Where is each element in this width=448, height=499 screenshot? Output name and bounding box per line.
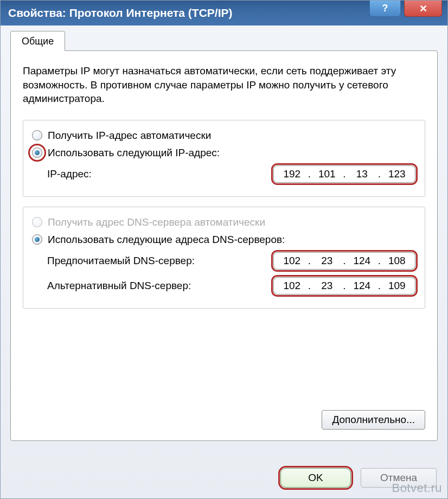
ip-octet[interactable]: 23 <box>315 255 339 267</box>
ip-octet[interactable]: 108 <box>385 255 409 267</box>
ip-octet[interactable]: 101 <box>315 168 339 180</box>
properties-dialog: Свойства: Протокол Интернета (TCP/IP) ? … <box>0 0 448 499</box>
preferred-dns-label: Предпочитаемый DNS-сервер: <box>47 255 195 267</box>
tab-general[interactable]: Общие <box>10 31 65 51</box>
preferred-dns-input[interactable]: 102. 23. 124. 108 <box>273 252 416 270</box>
dns-settings-group: Получить адрес DNS-сервера автоматически… <box>23 207 425 309</box>
dot-icon: . <box>377 168 382 180</box>
radio-dns-auto: Получить адрес DNS-сервера автоматически <box>32 214 416 231</box>
ok-button[interactable]: OK <box>280 468 351 488</box>
help-icon: ? <box>382 3 388 14</box>
dialog-footer: OK Отмена <box>280 468 437 488</box>
dot-icon: . <box>342 280 347 292</box>
alternate-dns-label: Альтернативный DNS-сервер: <box>47 280 191 292</box>
ip-octet[interactable]: 13 <box>350 168 374 180</box>
ip-octet[interactable]: 102 <box>280 255 304 267</box>
ip-octet[interactable]: 102 <box>280 280 304 292</box>
dot-icon: . <box>377 280 382 292</box>
window-title: Свойства: Протокол Интернета (TCP/IP) <box>8 7 233 20</box>
dot-icon: . <box>342 168 347 180</box>
titlebar: Свойства: Протокол Интернета (TCP/IP) ? … <box>1 1 447 25</box>
cancel-button[interactable]: Отмена <box>361 468 437 488</box>
window-buttons: ? ✕ <box>369 1 447 25</box>
radio-ip-auto-label: Получить IP-адрес автоматически <box>48 130 211 142</box>
radio-dns-auto-label: Получить адрес DNS-сервера автоматически <box>48 216 265 228</box>
close-button[interactable]: ✕ <box>404 1 442 17</box>
tab-panel-general: Параметры IP могут назначаться автоматич… <box>10 50 438 441</box>
radio-icon <box>32 234 42 245</box>
radio-ip-auto[interactable]: Получить IP-адрес автоматически <box>32 127 416 144</box>
ip-octet[interactable]: 124 <box>350 280 374 292</box>
description-text: Параметры IP могут назначаться автоматич… <box>23 64 425 106</box>
dot-icon: . <box>342 255 347 267</box>
ip-octet[interactable]: 124 <box>350 255 374 267</box>
client-area: Общие Параметры IP могут назначаться авт… <box>1 25 447 450</box>
ip-address-label: IP-адрес: <box>47 168 92 180</box>
preferred-dns-row: Предпочитаемый DNS-сервер: 102. 23. 124.… <box>32 248 416 273</box>
radio-dns-manual[interactable]: Использовать следующие адреса DNS-сервер… <box>32 231 416 248</box>
ip-octet[interactable]: 123 <box>385 168 409 180</box>
dot-icon: . <box>377 255 382 267</box>
ip-address-row: IP-адрес: 192. 101. 13. 123 <box>32 162 416 187</box>
alternate-dns-row: Альтернативный DNS-сервер: 102. 23. 124.… <box>32 273 416 298</box>
radio-icon <box>32 130 42 140</box>
advanced-row: Дополнительно... <box>322 410 425 430</box>
close-icon: ✕ <box>419 3 427 15</box>
radio-icon <box>32 148 42 158</box>
radio-ip-manual[interactable]: Использовать следующий IP-адрес: <box>32 144 416 162</box>
advanced-button[interactable]: Дополнительно... <box>322 410 425 430</box>
ip-octet[interactable]: 23 <box>315 280 339 292</box>
ip-address-input[interactable]: 192. 101. 13. 123 <box>273 165 416 183</box>
dot-icon: . <box>308 255 312 267</box>
radio-ip-manual-label: Использовать следующий IP-адрес: <box>48 147 220 159</box>
radio-dns-manual-label: Использовать следующие адреса DNS-сервер… <box>48 234 285 246</box>
ip-octet[interactable]: 192 <box>280 168 304 180</box>
tabstrip: Общие <box>10 31 438 51</box>
ip-settings-group: Получить IP-адрес автоматически Использо… <box>23 120 425 197</box>
ip-octet[interactable]: 109 <box>385 280 409 292</box>
alternate-dns-input[interactable]: 102. 23. 124. 109 <box>273 277 416 295</box>
dot-icon: . <box>308 280 312 292</box>
dot-icon: . <box>308 168 312 180</box>
help-button[interactable]: ? <box>369 1 401 17</box>
radio-icon <box>32 217 42 227</box>
highlight-circle-icon <box>32 148 42 158</box>
